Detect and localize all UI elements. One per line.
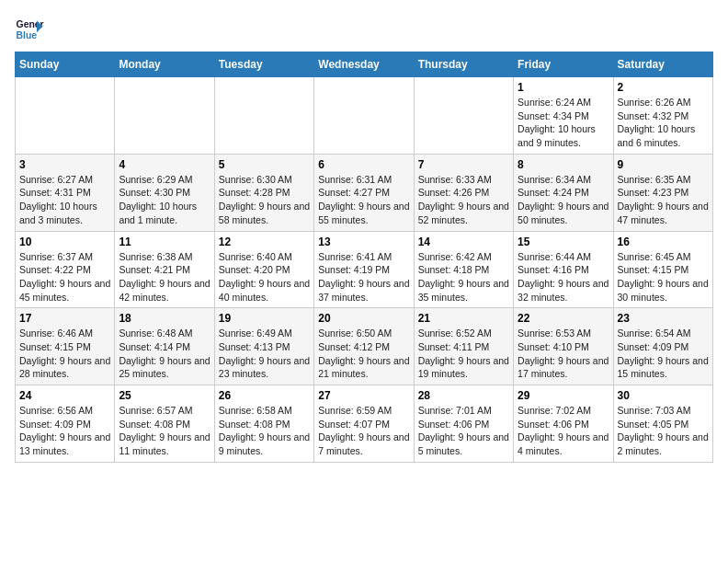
day-cell: 24Sunrise: 6:56 AM Sunset: 4:09 PM Dayli… — [16, 385, 115, 463]
day-number: 5 — [219, 158, 310, 171]
day-number: 16 — [618, 236, 709, 248]
day-cell: 1Sunrise: 6:24 AM Sunset: 4:34 PM Daylig… — [514, 77, 613, 155]
day-cell: 17Sunrise: 6:46 AM Sunset: 4:15 PM Dayli… — [16, 308, 115, 385]
day-cell: 28Sunrise: 7:01 AM Sunset: 4:06 PM Dayli… — [414, 385, 513, 463]
col-header-saturday: Saturday — [613, 52, 712, 77]
col-header-sunday: Sunday — [16, 52, 115, 77]
day-number: 4 — [119, 158, 210, 171]
day-number: 27 — [318, 389, 409, 402]
svg-text:Blue: Blue — [17, 30, 38, 40]
day-number: 17 — [19, 312, 110, 325]
day-info: Sunrise: 6:35 AM Sunset: 4:23 PM Dayligh… — [618, 173, 709, 227]
day-cell: 29Sunrise: 7:02 AM Sunset: 4:06 PM Dayli… — [514, 385, 613, 463]
day-number: 9 — [618, 158, 709, 171]
day-cell: 16Sunrise: 6:45 AM Sunset: 4:15 PM Dayli… — [613, 231, 712, 308]
day-number: 12 — [219, 236, 310, 248]
day-cell: 15Sunrise: 6:44 AM Sunset: 4:16 PM Dayli… — [514, 231, 613, 308]
calendar-table: SundayMondayTuesdayWednesdayThursdayFrid… — [15, 52, 713, 463]
week-row-1: 1Sunrise: 6:24 AM Sunset: 4:34 PM Daylig… — [16, 77, 713, 155]
day-number: 23 — [618, 312, 709, 325]
day-cell: 21Sunrise: 6:52 AM Sunset: 4:11 PM Dayli… — [414, 308, 513, 385]
day-number: 28 — [418, 389, 509, 402]
day-number: 20 — [318, 312, 409, 325]
day-cell: 6Sunrise: 6:31 AM Sunset: 4:27 PM Daylig… — [314, 154, 414, 231]
day-cell — [314, 77, 414, 155]
day-info: Sunrise: 6:37 AM Sunset: 4:22 PM Dayligh… — [19, 250, 110, 304]
day-info: Sunrise: 6:38 AM Sunset: 4:21 PM Dayligh… — [119, 250, 210, 304]
day-info: Sunrise: 6:50 AM Sunset: 4:12 PM Dayligh… — [318, 327, 409, 381]
day-info: Sunrise: 6:48 AM Sunset: 4:14 PM Dayligh… — [119, 327, 210, 381]
day-info: Sunrise: 6:24 AM Sunset: 4:34 PM Dayligh… — [518, 96, 609, 150]
logo-icon: General Blue — [15, 15, 44, 44]
day-info: Sunrise: 6:33 AM Sunset: 4:26 PM Dayligh… — [418, 173, 509, 227]
day-cell — [16, 77, 115, 155]
page-header: General Blue — [15, 15, 713, 44]
day-cell: 25Sunrise: 6:57 AM Sunset: 4:08 PM Dayli… — [115, 385, 214, 463]
day-number: 22 — [518, 312, 609, 325]
day-info: Sunrise: 6:57 AM Sunset: 4:08 PM Dayligh… — [119, 404, 210, 458]
day-number: 24 — [19, 389, 110, 402]
day-number: 14 — [418, 236, 509, 248]
day-cell: 13Sunrise: 6:41 AM Sunset: 4:19 PM Dayli… — [314, 231, 414, 308]
day-number: 19 — [219, 312, 310, 325]
day-info: Sunrise: 6:29 AM Sunset: 4:30 PM Dayligh… — [119, 173, 210, 227]
logo: General Blue — [15, 15, 44, 44]
day-info: Sunrise: 6:49 AM Sunset: 4:13 PM Dayligh… — [219, 327, 310, 381]
day-info: Sunrise: 6:46 AM Sunset: 4:15 PM Dayligh… — [19, 327, 110, 381]
day-number: 15 — [518, 236, 609, 248]
day-info: Sunrise: 6:52 AM Sunset: 4:11 PM Dayligh… — [418, 327, 509, 381]
day-info: Sunrise: 6:34 AM Sunset: 4:24 PM Dayligh… — [518, 173, 609, 227]
day-cell — [414, 77, 513, 155]
day-info: Sunrise: 6:40 AM Sunset: 4:20 PM Dayligh… — [219, 250, 310, 304]
day-info: Sunrise: 6:31 AM Sunset: 4:27 PM Dayligh… — [318, 173, 409, 227]
week-row-5: 24Sunrise: 6:56 AM Sunset: 4:09 PM Dayli… — [16, 385, 713, 463]
day-info: Sunrise: 6:59 AM Sunset: 4:07 PM Dayligh… — [318, 404, 409, 458]
day-cell: 14Sunrise: 6:42 AM Sunset: 4:18 PM Dayli… — [414, 231, 513, 308]
col-header-tuesday: Tuesday — [214, 52, 313, 77]
day-info: Sunrise: 6:45 AM Sunset: 4:15 PM Dayligh… — [618, 250, 709, 304]
col-header-monday: Monday — [115, 52, 214, 77]
day-number: 30 — [618, 389, 709, 402]
day-number: 11 — [119, 236, 210, 248]
col-header-thursday: Thursday — [414, 52, 513, 77]
day-cell: 18Sunrise: 6:48 AM Sunset: 4:14 PM Dayli… — [115, 308, 214, 385]
day-cell: 8Sunrise: 6:34 AM Sunset: 4:24 PM Daylig… — [514, 154, 613, 231]
day-cell: 27Sunrise: 6:59 AM Sunset: 4:07 PM Dayli… — [314, 385, 414, 463]
day-info: Sunrise: 6:56 AM Sunset: 4:09 PM Dayligh… — [19, 404, 110, 458]
day-cell: 7Sunrise: 6:33 AM Sunset: 4:26 PM Daylig… — [414, 154, 513, 231]
day-cell — [214, 77, 313, 155]
day-number: 6 — [318, 158, 409, 171]
day-number: 8 — [518, 158, 609, 171]
day-number: 3 — [19, 158, 110, 171]
col-header-friday: Friday — [514, 52, 613, 77]
day-info: Sunrise: 6:58 AM Sunset: 4:08 PM Dayligh… — [219, 404, 310, 458]
day-cell: 26Sunrise: 6:58 AM Sunset: 4:08 PM Dayli… — [214, 385, 313, 463]
day-number: 26 — [219, 389, 310, 402]
day-info: Sunrise: 6:42 AM Sunset: 4:18 PM Dayligh… — [418, 250, 509, 304]
day-cell: 9Sunrise: 6:35 AM Sunset: 4:23 PM Daylig… — [613, 154, 712, 231]
day-info: Sunrise: 6:53 AM Sunset: 4:10 PM Dayligh… — [518, 327, 609, 381]
day-cell: 11Sunrise: 6:38 AM Sunset: 4:21 PM Dayli… — [115, 231, 214, 308]
day-info: Sunrise: 6:41 AM Sunset: 4:19 PM Dayligh… — [318, 250, 409, 304]
day-cell: 20Sunrise: 6:50 AM Sunset: 4:12 PM Dayli… — [314, 308, 414, 385]
day-cell: 4Sunrise: 6:29 AM Sunset: 4:30 PM Daylig… — [115, 154, 214, 231]
week-row-4: 17Sunrise: 6:46 AM Sunset: 4:15 PM Dayli… — [16, 308, 713, 385]
day-cell: 3Sunrise: 6:27 AM Sunset: 4:31 PM Daylig… — [16, 154, 115, 231]
day-info: Sunrise: 6:30 AM Sunset: 4:28 PM Dayligh… — [219, 173, 310, 227]
day-info: Sunrise: 6:26 AM Sunset: 4:32 PM Dayligh… — [618, 96, 709, 150]
day-number: 7 — [418, 158, 509, 171]
day-info: Sunrise: 7:02 AM Sunset: 4:06 PM Dayligh… — [518, 404, 609, 458]
week-row-2: 3Sunrise: 6:27 AM Sunset: 4:31 PM Daylig… — [16, 154, 713, 231]
day-cell: 23Sunrise: 6:54 AM Sunset: 4:09 PM Dayli… — [613, 308, 712, 385]
day-cell: 10Sunrise: 6:37 AM Sunset: 4:22 PM Dayli… — [16, 231, 115, 308]
day-cell: 5Sunrise: 6:30 AM Sunset: 4:28 PM Daylig… — [214, 154, 313, 231]
day-cell: 2Sunrise: 6:26 AM Sunset: 4:32 PM Daylig… — [613, 77, 712, 155]
week-row-3: 10Sunrise: 6:37 AM Sunset: 4:22 PM Dayli… — [16, 231, 713, 308]
day-cell: 30Sunrise: 7:03 AM Sunset: 4:05 PM Dayli… — [613, 385, 712, 463]
day-cell — [115, 77, 214, 155]
day-number: 1 — [518, 81, 609, 94]
day-number: 10 — [19, 236, 110, 248]
day-cell: 12Sunrise: 6:40 AM Sunset: 4:20 PM Dayli… — [214, 231, 313, 308]
day-info: Sunrise: 6:27 AM Sunset: 4:31 PM Dayligh… — [19, 173, 110, 227]
day-number: 21 — [418, 312, 509, 325]
